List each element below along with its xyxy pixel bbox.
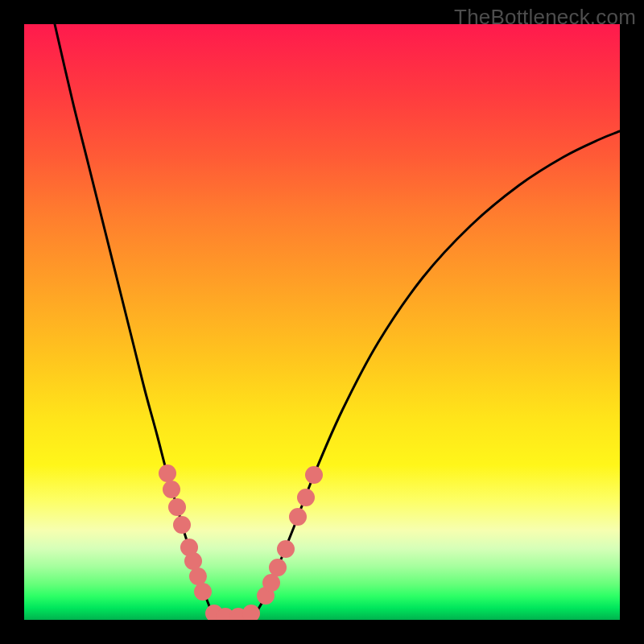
bead-marker (262, 574, 280, 592)
curve-svg (24, 24, 620, 620)
chart-frame: TheBottleneck.com (0, 0, 644, 644)
bead-marker (184, 552, 202, 570)
bead-marker (289, 508, 307, 526)
bead-marker (194, 583, 212, 601)
bead-marker (297, 489, 315, 506)
bead-marker (242, 605, 260, 620)
bead-marker (269, 559, 287, 576)
bottleneck-curve (55, 24, 620, 617)
bead-markers (159, 464, 323, 620)
bead-marker (168, 498, 186, 516)
bead-marker (305, 466, 323, 484)
bead-marker (159, 464, 176, 482)
bead-marker (163, 481, 180, 498)
bead-marker (277, 540, 295, 558)
bead-marker (189, 568, 207, 585)
plot-area (24, 24, 620, 620)
bead-marker (173, 516, 191, 534)
